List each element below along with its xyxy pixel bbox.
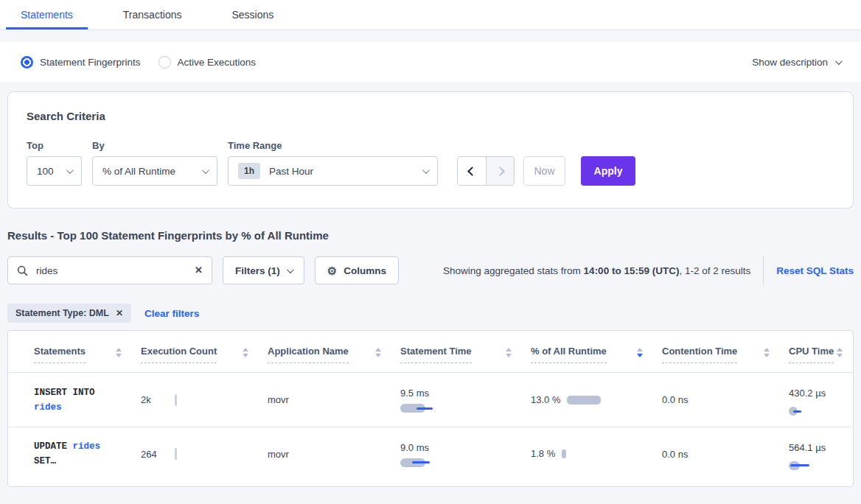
chevron-down-icon [287, 266, 294, 273]
statement-text: INSERT INTO [34, 388, 95, 398]
top-select[interactable]: 100 [27, 156, 82, 186]
time-range-value: Past Hour [269, 166, 313, 177]
show-description-label: Show description [752, 57, 828, 68]
search-criteria-title: Search Criteria [27, 110, 834, 122]
top-select-value: 100 [37, 166, 54, 177]
by-select[interactable]: % of All Runtime [92, 156, 217, 186]
header-execution-count[interactable]: Execution Count [141, 346, 268, 372]
reset-sql-stats-link[interactable]: Reset SQL Stats [776, 265, 854, 276]
top-label: Top [27, 140, 82, 151]
chevron-down-icon [422, 167, 430, 174]
apply-button[interactable]: Apply [581, 156, 635, 186]
view-toggle-bar: Statement Fingerprints Active Executions… [0, 42, 861, 82]
time-range-select[interactable]: 1h Past Hour [228, 156, 438, 186]
columns-button[interactable]: ⚙ Columns [315, 256, 399, 284]
statement-time-bar [400, 404, 445, 413]
statement-time-cell: 9.5 ms [400, 387, 531, 413]
pct-runtime-bar [562, 449, 566, 458]
results-title: Results - Top 100 Statement Fingerprints… [7, 229, 854, 242]
time-range-label: Time Range [228, 140, 438, 151]
cpu-time-bar [789, 407, 833, 416]
header-cpu-time[interactable]: CPU Time [789, 346, 853, 372]
header-label: Statement Time [400, 346, 472, 363]
cpu-time-value: 564.1 µs [789, 438, 827, 458]
time-step-control [457, 156, 515, 186]
stats-prefix: Showing aggregated stats from [443, 265, 584, 276]
radio-active-executions[interactable]: Active Executions [158, 56, 257, 69]
statement-time-cell: 9.0 ms [400, 441, 531, 467]
tab-sessions[interactable]: Sessions [217, 0, 288, 29]
header-label: Execution Count [141, 346, 217, 363]
show-description-toggle[interactable]: Show description [752, 57, 840, 68]
radio-label: Active Executions [178, 57, 257, 68]
cpu-time-value: 430.2 µs [789, 384, 827, 403]
pct-runtime-bar [567, 396, 601, 405]
search-input[interactable] [8, 257, 212, 284]
chip-close-icon[interactable]: ✕ [116, 308, 123, 318]
radio-selected-icon [21, 56, 33, 69]
chevron-right-icon [495, 167, 505, 176]
by-label: By [92, 140, 217, 151]
clear-search-icon[interactable]: ✕ [195, 265, 203, 276]
statement-link[interactable]: rides [73, 441, 101, 452]
statement-time-value: 9.5 ms [400, 387, 517, 400]
tab-transactions[interactable]: Transactions [108, 0, 197, 29]
chevron-left-icon [467, 167, 477, 176]
filters-button[interactable]: Filters (1) [223, 256, 304, 284]
header-label: Statements [34, 346, 86, 363]
stats-area: Showing aggregated stats from 14:00 to 1… [443, 256, 854, 284]
radio-label: Statement Fingerprints [40, 57, 141, 68]
header-statement-time[interactable]: Statement Time [400, 346, 531, 372]
radio-statement-fingerprints[interactable]: Statement Fingerprints [21, 56, 141, 69]
columns-label: Columns [344, 265, 386, 276]
filter-chip-row: Statement Type: DML ✕ Clear filters [7, 304, 854, 323]
time-range-badge: 1h [238, 163, 260, 179]
cpu-time-bar [789, 461, 833, 470]
header-label: Application Name [268, 346, 349, 363]
contention-time-cell: 0.0 ns [662, 394, 789, 405]
sort-icon [506, 348, 512, 357]
execution-count-value: 264 [141, 449, 175, 460]
header-label: % of All Runtime [531, 346, 607, 363]
search-criteria-controls: Top 100 By % of All Runtime Time Range 1… [27, 140, 834, 186]
header-label: Contention Time [662, 346, 737, 363]
statement-cell: INSERT INTO rides [34, 385, 141, 415]
statements-table: Statements Execution Count Application N… [7, 330, 854, 487]
chevron-down-icon [66, 167, 74, 174]
pct-runtime-value: 13.0 % [531, 391, 560, 410]
table-row: INSERT INTO rides 2k movr 9.5 ms 13.0 % … [8, 373, 853, 427]
table-row: UPDATE rides SET… 264 movr 9.0 ms 1.8 % … [8, 427, 853, 480]
header-pct-all-runtime[interactable]: % of All Runtime [531, 346, 662, 372]
pct-runtime-cell: 13.0 % [531, 391, 662, 410]
header-statements[interactable]: Statements [34, 346, 141, 372]
stats-suffix: , 1-2 of 2 results [679, 265, 750, 276]
contention-time-cell: 0.0 ns [662, 449, 789, 460]
sort-icon [764, 348, 770, 357]
pct-runtime-value: 1.8 % [531, 444, 555, 463]
execution-count-value: 2k [141, 394, 175, 405]
previous-interval-button[interactable] [458, 157, 486, 185]
header-application-name[interactable]: Application Name [268, 346, 400, 372]
tab-statements[interactable]: Statements [6, 0, 88, 29]
table-header-row: Statements Execution Count Application N… [8, 331, 853, 373]
statement-link[interactable]: rides [34, 402, 62, 413]
clear-filters-link[interactable]: Clear filters [144, 308, 199, 319]
execution-count-bar [175, 394, 177, 406]
chevron-down-icon [202, 167, 209, 174]
sort-icon [243, 348, 248, 357]
gear-icon: ⚙ [327, 265, 337, 276]
statement-text: UPDATE [34, 441, 73, 452]
header-label: CPU Time [789, 346, 834, 363]
next-interval-button[interactable] [486, 157, 514, 185]
statement-type-chip[interactable]: Statement Type: DML ✕ [7, 304, 131, 323]
stats-range: 14:00 to 15:59 (UTC) [584, 265, 680, 276]
now-button[interactable]: Now [523, 156, 565, 186]
header-contention-time[interactable]: Contention Time [662, 346, 789, 372]
application-name-cell: movr [268, 449, 400, 460]
top-field: Top 100 [27, 140, 82, 186]
pct-runtime-cell: 1.8 % [531, 444, 662, 463]
cpu-time-cell: 564.1 µs [789, 438, 853, 470]
search-box: ✕ [7, 256, 212, 284]
execution-count-bar [175, 448, 177, 460]
time-range-field: Time Range 1h Past Hour [228, 140, 438, 186]
